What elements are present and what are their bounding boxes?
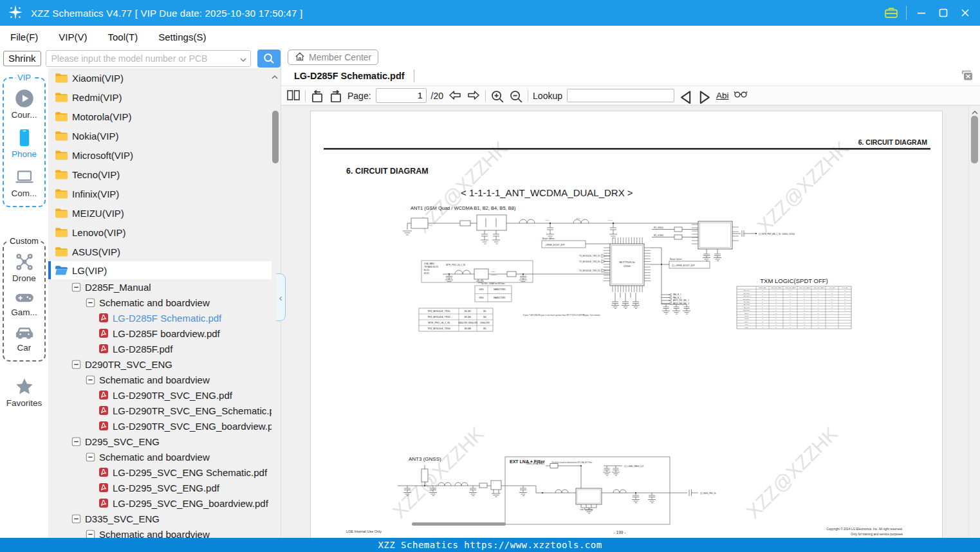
tree-item[interactable]: LG-D295_SVC_ENG Schematic.pdf xyxy=(48,465,272,480)
tree-item[interactable]: LG-D285F Schematic.pdf xyxy=(48,310,272,326)
vreg-label: (C) <GNB_VREG_L13 xyxy=(624,465,643,468)
chevron-down-icon[interactable] xyxy=(239,55,247,62)
svg-text:L2002: L2002 xyxy=(576,217,580,219)
folder-icon xyxy=(55,189,68,199)
sidebar-item-computer[interactable]: Com... xyxy=(4,167,44,198)
panel-collapse-handle[interactable]: ‹ xyxy=(276,273,286,321)
tree-item[interactable]: Schematic and boardview xyxy=(48,372,272,387)
pdf-icon xyxy=(98,328,109,338)
tree-item[interactable]: D295_SVC_ENG xyxy=(48,434,272,449)
match-word-toggle[interactable]: Abi xyxy=(716,91,729,100)
tree-item[interactable]: LG-D290TR_SVC_ENG_Schematic.pdf xyxy=(48,403,272,418)
window-title: XZZ Schematics V4.77 [ VIP Due date: 202… xyxy=(31,8,302,19)
sidebar-item-game[interactable]: Gam... xyxy=(4,291,44,317)
pdf-icon xyxy=(98,405,109,416)
tree-item[interactable]: MEIZU(VIP) xyxy=(48,203,272,223)
tree-item[interactable]: Lenovo(VIP) xyxy=(48,223,272,242)
search-button[interactable] xyxy=(257,50,281,68)
tree-item[interactable]: Xiaomi(VIP) xyxy=(48,68,272,87)
star-icon xyxy=(15,377,34,396)
ant3-label: ANT3 (GNSS) xyxy=(409,456,441,462)
tree-item[interactable]: LG(VIP) xyxy=(48,261,272,279)
sidebar-item-favorites[interactable]: Favorites xyxy=(0,377,48,408)
sidebar-item-course[interactable]: Cour... xyxy=(4,89,44,120)
sidebar-item-phone[interactable]: Phone xyxy=(4,128,44,159)
statusbar-text: XZZ Schematics https://www.xzztools.com xyxy=(378,540,602,550)
page-number-input[interactable] xyxy=(376,88,427,103)
svg-text:WTR_PRX_LB_2_IN: WTR_PRX_LB_2_IN xyxy=(428,322,450,324)
tree-item[interactable]: LG-D295_SVC_ENG.pdf xyxy=(48,480,272,495)
menu-tool[interactable]: Tool(T) xyxy=(108,32,138,42)
tree-item-label: LG-D290TR_SVC_ENG.pdf xyxy=(113,390,232,401)
lookup-input[interactable] xyxy=(567,89,674,102)
minimize-button[interactable] xyxy=(911,4,932,22)
tree-scrollbar[interactable] xyxy=(272,111,279,163)
tree-item[interactable]: Redmi(VIP) xyxy=(48,87,272,107)
find-next-icon[interactable] xyxy=(698,89,712,102)
tree-item[interactable]: Schematic and boardview xyxy=(48,449,272,465)
model-search-input[interactable] xyxy=(46,50,251,67)
tree-item[interactable]: LG-D290TR_SVC_ENG_boardview.pdf xyxy=(48,418,272,434)
tree-item[interactable]: Motorola(VIP) xyxy=(48,107,272,126)
rotate-left-icon[interactable] xyxy=(310,89,324,102)
svg-text:TX_MODULE_TRX_K5: TX_MODULE_TRX_K5 xyxy=(579,270,601,272)
zoom-out-icon[interactable] xyxy=(509,89,523,102)
rotate-right-icon[interactable] xyxy=(329,89,343,102)
tree-item-label: LG-D285F boardview.pdf xyxy=(113,328,220,339)
pdf-scrollbar[interactable] xyxy=(968,106,980,538)
svg-text:TX_MODULE_TRX_E5: TX_MODULE_TRX_E5 xyxy=(579,261,601,263)
next-page-icon[interactable] xyxy=(467,89,481,102)
tree-item[interactable]: D285F_Manual xyxy=(48,279,272,295)
tree-item[interactable]: Nokia(VIP) xyxy=(48,126,272,145)
pdf-scrollbar-thumb[interactable] xyxy=(971,116,978,163)
pdf-page: XZZ@XZZHK XZZ@XZZHK XZZ@XZZHK XZZ@XZZHK … xyxy=(310,111,943,538)
zoom-in-icon[interactable] xyxy=(490,89,504,102)
tree-item-label: Xiaomi(VIP) xyxy=(72,73,124,84)
tree-item[interactable]: LG-D295_SVC_ENG_boardview.pdf xyxy=(48,495,272,511)
menu-file[interactable]: File(F) xyxy=(10,32,38,42)
sidebar-item-car[interactable]: Car xyxy=(4,326,44,353)
page-total: /20 xyxy=(431,91,443,101)
scroll-up-icon[interactable] xyxy=(971,107,979,115)
find-previous-icon[interactable] xyxy=(679,89,693,102)
copyright-line1: Copyright © 2014 LG Electronics. Inc. Al… xyxy=(826,527,903,531)
tree-item[interactable]: LG-D285F boardview.pdf xyxy=(48,326,272,341)
svg-text:B5,B8: B5,B8 xyxy=(465,327,471,330)
tree-item[interactable]: D290TR_SVC_ENG xyxy=(48,356,272,372)
tree-item[interactable]: Tecno(VIP) xyxy=(48,165,272,184)
svg-text:XZZ@XZZHK: XZZ@XZZHK xyxy=(742,423,841,522)
tree-item[interactable]: Schematic and boardview xyxy=(48,295,272,310)
page-header-right: 6. CIRCUIT DIAGRAM xyxy=(858,138,928,146)
tree-item[interactable]: LG-D285F.pdf xyxy=(48,341,272,356)
tree-item[interactable]: Infinix(VIP) xyxy=(48,184,272,203)
tree-item[interactable]: Schematic and boardview xyxy=(48,526,272,538)
pdf-viewer[interactable]: XZZ@XZZHK XZZ@XZZHK XZZ@XZZHK XZZ@XZZHK … xyxy=(281,106,980,538)
menu-vip[interactable]: VIP(V) xyxy=(59,32,87,42)
svg-text:EAM62T2891: EAM62T2891 xyxy=(494,288,506,291)
close-document-icon[interactable] xyxy=(961,69,974,81)
collapse-icon xyxy=(86,375,95,385)
tree-item-label: Schematic and boardview xyxy=(99,297,210,308)
sidebar-item-drone[interactable]: Drone xyxy=(4,252,44,283)
tree-scroll-up-icon[interactable] xyxy=(271,72,279,80)
previous-page-icon[interactable] xyxy=(448,89,462,102)
match-view-icon[interactable] xyxy=(734,89,748,102)
close-button[interactable] xyxy=(954,4,976,22)
briefcase-icon[interactable] xyxy=(880,4,902,22)
menu-settings[interactable]: Settings(S) xyxy=(158,32,206,42)
footer-left: LGE Internal Use Only xyxy=(346,529,382,533)
member-center-button[interactable]: Member Center xyxy=(288,50,378,65)
tree-item[interactable]: ASUS(VIP) xyxy=(48,242,272,261)
drone-icon xyxy=(15,252,34,271)
member-row: Member Center xyxy=(281,48,980,66)
two-page-view-icon[interactable] xyxy=(286,89,300,102)
shrink-button[interactable]: Shrink xyxy=(3,51,41,66)
tab-lg-d285f-schematic[interactable]: LG-D285F Schematic.pdf xyxy=(281,66,414,86)
tree-item[interactable]: D335_SVC_ENG xyxy=(48,511,272,526)
maximize-button[interactable] xyxy=(932,4,954,22)
tree-item[interactable]: LG-D290TR_SVC_ENG.pdf xyxy=(48,387,272,403)
svg-text:B1,B4: B1,B4 xyxy=(465,316,471,318)
tree-item[interactable]: Microsoft(VIP) xyxy=(48,145,272,165)
tree-item-label: Infinix(VIP) xyxy=(72,189,119,199)
gamepad-icon xyxy=(15,291,34,306)
